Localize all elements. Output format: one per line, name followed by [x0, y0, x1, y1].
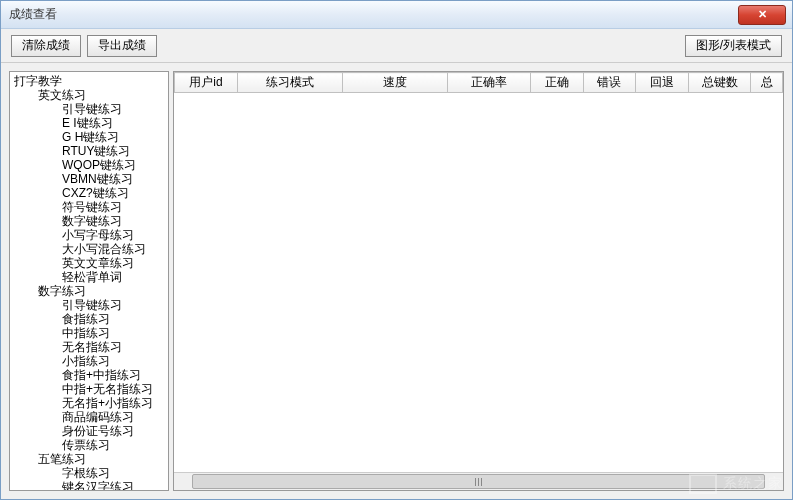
- column-header[interactable]: 总: [751, 73, 783, 93]
- tree-node[interactable]: 引导键练习: [12, 298, 166, 312]
- tree-node[interactable]: 英文文章练习: [12, 256, 166, 270]
- tree-node[interactable]: 身份证号练习: [12, 424, 166, 438]
- tree-node[interactable]: VBMN键练习: [12, 172, 166, 186]
- close-button[interactable]: ✕: [738, 5, 786, 25]
- tree-node[interactable]: 数字练习: [12, 284, 166, 298]
- tree-node[interactable]: 大小写混合练习: [12, 242, 166, 256]
- tree-view[interactable]: 打字教学英文练习引导键练习E I键练习G H键练习RTUY键练习WQOP键练习V…: [10, 72, 168, 490]
- tree-node[interactable]: WQOP键练习: [12, 158, 166, 172]
- toggle-view-button[interactable]: 图形/列表模式: [685, 35, 782, 57]
- results-table: 用户id练习模式速度正确率正确错误回退总键数总: [174, 72, 783, 93]
- column-header[interactable]: 回退: [636, 73, 688, 93]
- tree-node[interactable]: 中指+无名指练习: [12, 382, 166, 396]
- tree-node[interactable]: 符号键练习: [12, 200, 166, 214]
- tree-node[interactable]: 食指练习: [12, 312, 166, 326]
- tree-node[interactable]: 数字键练习: [12, 214, 166, 228]
- tree-node[interactable]: 中指练习: [12, 326, 166, 340]
- table-panel: 用户id练习模式速度正确率正确错误回退总键数总: [173, 71, 784, 491]
- tree-node[interactable]: 小指练习: [12, 354, 166, 368]
- titlebar: 成绩查看 ✕: [1, 1, 792, 29]
- column-header[interactable]: 速度: [342, 73, 447, 93]
- tree-node[interactable]: 小写字母练习: [12, 228, 166, 242]
- table-header-row: 用户id练习模式速度正确率正确错误回退总键数总: [175, 73, 783, 93]
- tree-node[interactable]: 食指+中指练习: [12, 368, 166, 382]
- tree-node[interactable]: 轻松背单词: [12, 270, 166, 284]
- tree-node[interactable]: 英文练习: [12, 88, 166, 102]
- window-title: 成绩查看: [9, 6, 57, 23]
- tree-node[interactable]: 引导键练习: [12, 102, 166, 116]
- tree-node[interactable]: 键名汉字练习: [12, 480, 166, 490]
- column-header[interactable]: 正确: [531, 73, 583, 93]
- tree-node[interactable]: 五笔练习: [12, 452, 166, 466]
- export-results-button[interactable]: 导出成绩: [87, 35, 157, 57]
- column-header[interactable]: 总键数: [688, 73, 751, 93]
- column-header[interactable]: 用户id: [175, 73, 238, 93]
- scrollbar-thumb[interactable]: [192, 474, 765, 489]
- tree-node[interactable]: E I键练习: [12, 116, 166, 130]
- tree-node[interactable]: 商品编码练习: [12, 410, 166, 424]
- clear-results-button[interactable]: 清除成绩: [11, 35, 81, 57]
- tree-panel: 打字教学英文练习引导键练习E I键练习G H键练习RTUY键练习WQOP键练习V…: [9, 71, 169, 491]
- tree-node[interactable]: 无名指+小指练习: [12, 396, 166, 410]
- tree-node[interactable]: CXZ?键练习: [12, 186, 166, 200]
- app-window: 成绩查看 ✕ 清除成绩 导出成绩 图形/列表模式 打字教学英文练习引导键练习E …: [0, 0, 793, 500]
- tree-node[interactable]: 字根练习: [12, 466, 166, 480]
- tree-node[interactable]: 打字教学: [12, 74, 166, 88]
- content-area: 打字教学英文练习引导键练习E I键练习G H键练习RTUY键练习WQOP键练习V…: [1, 63, 792, 499]
- column-header[interactable]: 练习模式: [237, 73, 342, 93]
- tree-node[interactable]: RTUY键练习: [12, 144, 166, 158]
- toolbar: 清除成绩 导出成绩 图形/列表模式: [1, 29, 792, 63]
- close-icon: ✕: [758, 8, 767, 21]
- tree-node[interactable]: 传票练习: [12, 438, 166, 452]
- column-header[interactable]: 错误: [583, 73, 635, 93]
- horizontal-scrollbar[interactable]: [174, 472, 783, 490]
- column-header[interactable]: 正确率: [447, 73, 531, 93]
- tree-node[interactable]: G H键练习: [12, 130, 166, 144]
- tree-node[interactable]: 无名指练习: [12, 340, 166, 354]
